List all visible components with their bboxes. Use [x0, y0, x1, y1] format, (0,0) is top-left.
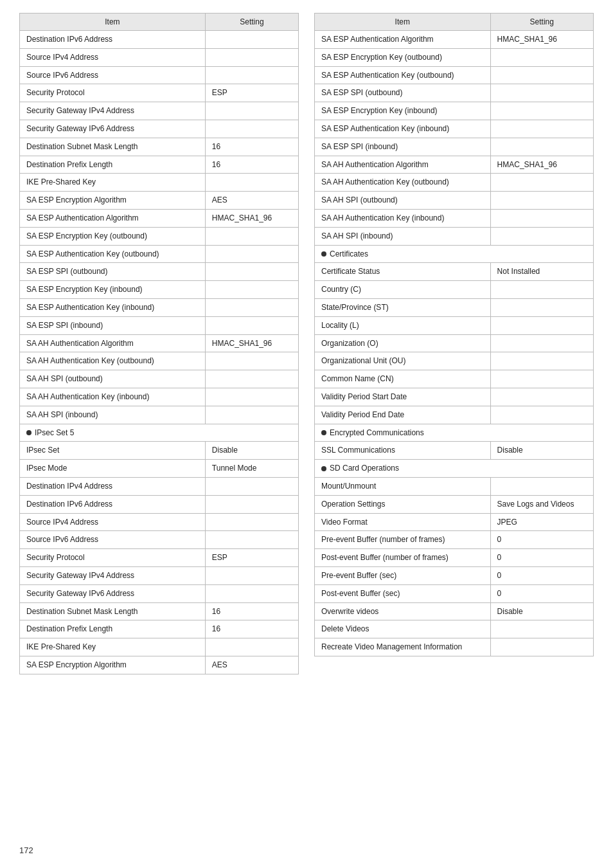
item-cell: Video Format: [315, 513, 491, 531]
setting-cell: [205, 370, 298, 388]
left-table-block: Item Setting Destination IPv6 AddressSou…: [19, 13, 299, 674]
setting-cell: HMAC_SHA1_96: [205, 209, 298, 227]
setting-cell: [205, 406, 298, 424]
section-bullet-row: Certificates: [315, 245, 594, 263]
setting-cell: [205, 584, 298, 602]
setting-cell: [490, 192, 593, 210]
item-cell: State/Province (ST): [315, 298, 491, 316]
bullet-icon: [321, 251, 326, 257]
setting-cell: [205, 566, 298, 584]
item-cell: SA ESP Authentication Key (outbound): [315, 66, 491, 84]
item-cell: IKE Pre-Shared Key: [20, 638, 206, 656]
table-row: SA ESP Encryption Key (inbound): [20, 281, 299, 299]
setting-cell: [205, 174, 298, 192]
table-row: Encrypted Communications: [315, 424, 594, 442]
section-bullet-row: IPsec Set 5: [20, 424, 299, 442]
right-col-setting-header: Setting: [490, 14, 593, 31]
item-cell: Validity Period Start Date: [315, 388, 491, 406]
setting-cell: [490, 209, 593, 227]
section-label: IPsec Set 5: [35, 428, 74, 437]
table-row: Certificate StatusNot Installed: [315, 263, 594, 281]
setting-cell: Disable: [490, 602, 593, 620]
setting-cell: Disable: [490, 442, 593, 460]
item-cell: SA ESP Authentication Algorithm: [315, 31, 491, 49]
setting-cell: [205, 513, 298, 531]
table-row: SA AH SPI (inbound): [315, 227, 594, 245]
setting-cell: 16: [205, 156, 298, 174]
bullet-icon: [26, 430, 31, 435]
table-row: Operation SettingsSave Logs and Videos: [315, 495, 594, 513]
setting-cell: HMAC_SHA1_96: [490, 156, 593, 174]
table-row: SA ESP SPI (inbound): [20, 316, 299, 334]
item-cell: Destination Subnet Mask Length: [20, 138, 206, 156]
setting-cell: [205, 66, 298, 84]
table-row: SA AH SPI (outbound): [315, 192, 594, 210]
table-row: Recreate Video Management Information: [315, 638, 594, 656]
table-row: Security Gateway IPv6 Address: [20, 120, 299, 138]
setting-cell: [490, 66, 593, 84]
setting-cell: [205, 388, 298, 406]
table-row: Security ProtocolESP: [20, 84, 299, 102]
setting-cell: [490, 406, 593, 424]
item-cell: SA ESP SPI (outbound): [315, 84, 491, 102]
setting-cell: 16: [205, 138, 298, 156]
setting-cell: [205, 298, 298, 316]
item-cell: SA ESP Authentication Algorithm: [20, 209, 206, 227]
setting-cell: [205, 531, 298, 549]
item-cell: SA AH Authentication Algorithm: [315, 156, 491, 174]
left-col-setting-header: Setting: [205, 14, 298, 31]
item-cell: Security Gateway IPv4 Address: [20, 102, 206, 120]
table-row: Mount/Unmount: [315, 477, 594, 495]
item-cell: Mount/Unmount: [315, 477, 491, 495]
item-cell: SA ESP Encryption Algorithm: [20, 656, 206, 674]
table-row: SA ESP Encryption Key (inbound): [315, 102, 594, 120]
setting-cell: [490, 48, 593, 66]
setting-cell: [490, 84, 593, 102]
item-cell: Organizational Unit (OU): [315, 352, 491, 370]
item-cell: Source IPv4 Address: [20, 48, 206, 66]
table-row: SA ESP Authentication AlgorithmHMAC_SHA1…: [20, 209, 299, 227]
table-row: SA ESP Authentication Key (outbound): [20, 245, 299, 263]
table-row: Overwrite videosDisable: [315, 602, 594, 620]
item-cell: SSL Communications: [315, 442, 491, 460]
setting-cell: [205, 31, 298, 49]
table-row: Locality (L): [315, 316, 594, 334]
table-row: IKE Pre-Shared Key: [20, 174, 299, 192]
table-row: Common Name (CN): [315, 370, 594, 388]
right-table: Item Setting SA ESP Authentication Algor…: [314, 13, 594, 656]
table-row: SA ESP SPI (outbound): [315, 84, 594, 102]
table-row: Security Gateway IPv6 Address: [20, 584, 299, 602]
table-row: Certificates: [315, 245, 594, 263]
item-cell: Post-event Buffer (sec): [315, 584, 491, 602]
setting-cell: [490, 138, 593, 156]
setting-cell: Not Installed: [490, 263, 593, 281]
table-row: SA AH SPI (inbound): [20, 406, 299, 424]
main-content: Item Setting Destination IPv6 AddressSou…: [19, 13, 594, 674]
table-row: SA ESP Authentication AlgorithmHMAC_SHA1…: [315, 31, 594, 49]
item-cell: Destination IPv6 Address: [20, 495, 206, 513]
item-cell: SA AH SPI (outbound): [315, 192, 491, 210]
setting-cell: Disable: [205, 442, 298, 460]
setting-cell: [205, 352, 298, 370]
item-cell: Destination Prefix Length: [20, 620, 206, 638]
item-cell: SA ESP Authentication Key (outbound): [20, 245, 206, 263]
item-cell: Pre-event Buffer (sec): [315, 566, 491, 584]
table-row: SD Card Operations: [315, 460, 594, 478]
setting-cell: Tunnel Mode: [205, 460, 298, 478]
item-cell: Source IPv6 Address: [20, 66, 206, 84]
table-row: Destination Prefix Length16: [20, 620, 299, 638]
setting-cell: 0: [490, 584, 593, 602]
item-cell: Security Protocol: [20, 549, 206, 567]
setting-cell: [490, 102, 593, 120]
item-cell: Recreate Video Management Information: [315, 638, 491, 656]
table-row: Source IPv6 Address: [20, 66, 299, 84]
item-cell: SA ESP Encryption Algorithm: [20, 192, 206, 210]
item-cell: Security Gateway IPv6 Address: [20, 120, 206, 138]
setting-cell: AES: [205, 656, 298, 674]
table-row: Organization (O): [315, 334, 594, 352]
table-row: Source IPv4 Address: [20, 48, 299, 66]
item-cell: Operation Settings: [315, 495, 491, 513]
right-col-item-header: Item: [315, 14, 491, 31]
setting-cell: AES: [205, 192, 298, 210]
section-label: SD Card Operations: [330, 464, 399, 473]
